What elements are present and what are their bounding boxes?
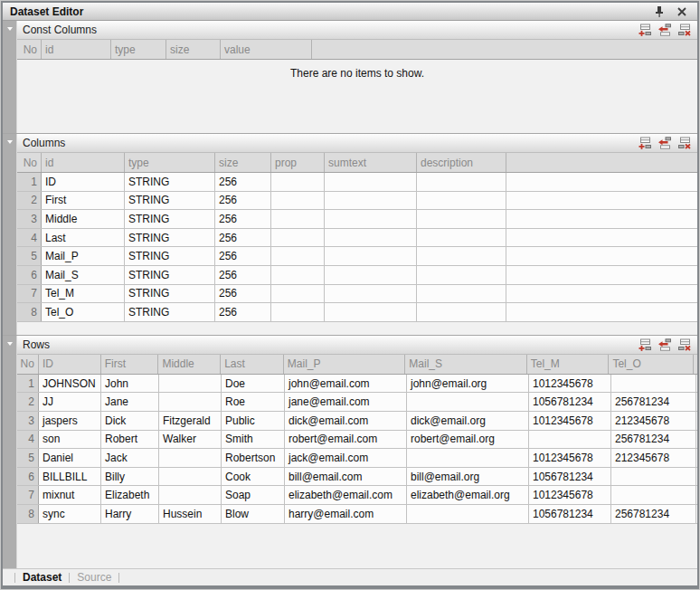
row-number-cell[interactable]: 3 [17,412,39,430]
cell-tel_o[interactable] [611,375,696,393]
column-header-id[interactable]: ID [39,355,101,374]
row-number-cell[interactable]: 1 [17,375,39,393]
cell-type[interactable]: STRING [125,303,215,321]
column-header-last[interactable]: Last [221,355,284,374]
table-row[interactable]: 8Tel_OSTRING256 [17,303,697,322]
column-header-filler[interactable] [694,355,697,374]
cell-mail_s[interactable]: robert@email.org [407,431,529,449]
cell-tel_m[interactable]: 1012345678 [529,486,611,504]
cell-mail_s[interactable]: john@email.org [407,375,529,393]
cell-mail_p[interactable]: jack@email.com [285,449,407,467]
cell-mail_s[interactable] [407,449,529,467]
cell-description[interactable] [417,266,506,284]
cell-prop[interactable] [271,210,325,228]
column-header-filler[interactable] [312,40,697,59]
cell-id[interactable]: jaspers [39,412,101,430]
cell-tel_o[interactable] [611,486,696,504]
cell-sumtext[interactable] [325,247,417,265]
table-row[interactable]: 7mixnutElizabethSoapelizabeth@email.come… [17,486,697,505]
cell-description[interactable] [417,229,506,247]
cell-size[interactable]: 256 [215,210,271,228]
cell-mail_s[interactable] [407,393,529,411]
table-row[interactable]: 3jaspersDickFitzgeraldPublicdick@email.c… [17,412,697,431]
cell-description[interactable] [417,192,506,210]
table-row[interactable]: 5DanielJackRobertsonjack@email.com101234… [17,449,697,468]
insert-row-icon[interactable] [657,137,672,150]
table-row[interactable]: 1JOHNSONJohnDoejohn@email.comjohn@email.… [17,375,697,394]
cell-prop[interactable] [271,303,325,321]
row-number-cell[interactable]: 6 [17,266,42,284]
cell-description[interactable] [417,285,506,303]
cell-sumtext[interactable] [325,173,417,191]
cell-sumtext[interactable] [325,303,417,321]
cell-tel_m[interactable]: 1012345678 [529,449,611,467]
add-row-icon[interactable] [637,24,652,37]
cell-last[interactable]: Cook [222,468,285,486]
cell-mail_p[interactable]: elizabeth@email.com [285,486,407,504]
cell-last[interactable]: Soap [222,486,285,504]
row-number-cell[interactable]: 4 [17,431,39,449]
cell-first[interactable]: Robert [101,431,159,449]
cell-description[interactable] [417,210,506,228]
cell-size[interactable]: 256 [215,266,271,284]
table-row[interactable]: 4sonRobertWalkerSmithrobert@email.comrob… [17,431,697,450]
row-number-cell[interactable]: 8 [17,505,39,523]
cell-prop[interactable] [271,266,325,284]
delete-row-icon[interactable] [676,24,692,37]
cell-type[interactable]: STRING [125,247,215,265]
table-row[interactable]: 5Mail_PSTRING256 [17,247,697,266]
cell-id[interactable]: Last [42,229,125,247]
cell-middle[interactable] [159,449,222,467]
column-header-tel_o[interactable]: Tel_O [609,355,694,374]
insert-row-icon[interactable] [657,24,672,37]
column-header-description[interactable]: description [417,153,506,172]
cell-size[interactable]: 256 [215,247,271,265]
cell-middle[interactable] [159,468,222,486]
cell-type[interactable]: STRING [125,285,215,303]
column-header-size[interactable]: size [166,40,221,59]
column-header-sumtext[interactable]: sumtext [325,153,417,172]
column-header-type[interactable]: type [111,40,166,59]
row-number-cell[interactable]: 2 [17,192,42,210]
cell-last[interactable]: Blow [222,505,285,523]
table-row[interactable]: 6Mail_SSTRING256 [17,266,697,285]
cell-id[interactable]: Daniel [39,449,101,467]
cell-description[interactable] [417,247,506,265]
cell-mail_p[interactable]: bill@email.com [285,468,407,486]
cell-mail_p[interactable]: dick@email.com [285,412,407,430]
table-row[interactable]: 7Tel_MSTRING256 [17,285,697,304]
cell-size[interactable]: 256 [215,192,271,210]
add-row-icon[interactable] [637,338,652,351]
tab-source[interactable]: Source [77,571,111,584]
column-header-middle[interactable]: Middle [158,355,221,374]
cell-tel_o[interactable]: 256781234 [611,431,696,449]
row-number-cell[interactable]: 2 [17,393,39,411]
cell-id[interactable]: Mail_P [42,247,125,265]
cell-tel_m[interactable]: 1056781234 [529,393,611,411]
cell-mail_s[interactable] [407,505,529,523]
cell-id[interactable]: JOHNSON [39,375,101,393]
table-row[interactable]: 2FirstSTRING256 [17,192,697,211]
cell-tel_o[interactable]: 256781234 [611,505,696,523]
column-header-no[interactable]: No [17,355,39,374]
row-number-cell[interactable]: 8 [17,303,42,321]
row-number-cell[interactable]: 6 [17,468,39,486]
table-row[interactable]: 3MiddleSTRING256 [17,210,697,229]
cell-size[interactable]: 256 [215,229,271,247]
cell-mail_p[interactable]: john@email.com [285,375,407,393]
cell-tel_o[interactable] [611,468,696,486]
column-header-type[interactable]: type [125,153,215,172]
table-row[interactable]: 4LastSTRING256 [17,229,697,248]
cell-sumtext[interactable] [325,229,417,247]
column-header-no[interactable]: No [17,153,42,172]
cell-description[interactable] [417,303,506,321]
column-header-no[interactable]: No [17,40,42,59]
cell-first[interactable]: Harry [101,505,159,523]
cell-prop[interactable] [271,247,325,265]
cell-last[interactable]: Public [222,412,285,430]
chevron-down-icon[interactable] [7,342,13,346]
cell-middle[interactable]: Fitzgerald [159,412,222,430]
chevron-down-icon[interactable] [7,27,13,31]
cell-id[interactable]: Tel_M [42,285,125,303]
cell-sumtext[interactable] [325,266,417,284]
